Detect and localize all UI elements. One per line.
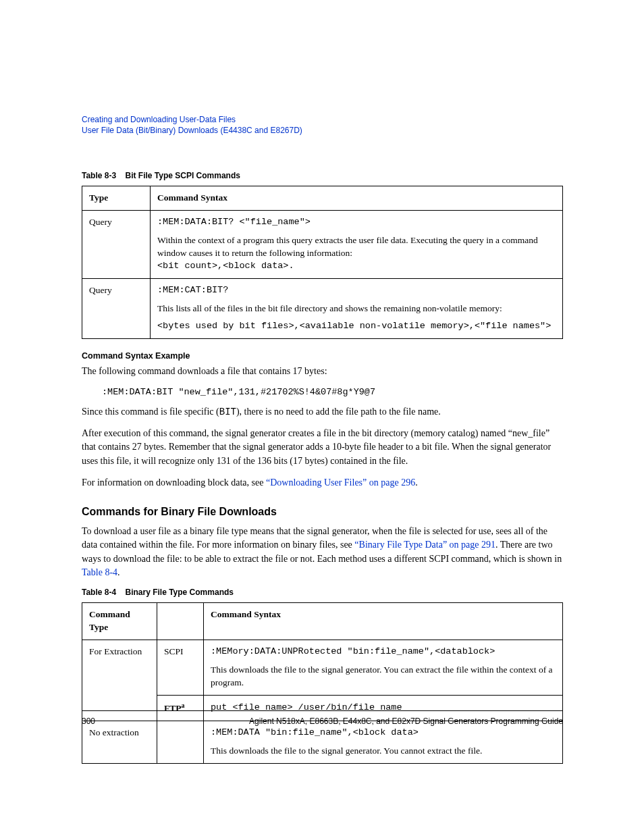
cell-cmdtype: No extraction — [82, 721, 157, 764]
table-row: Command Type Command Syntax — [82, 603, 563, 640]
table-83-caption: Table 8-3 Bit File Type SCPI Commands — [82, 171, 563, 180]
cell-proto: SCPI — [157, 640, 204, 696]
table-row: Query :MEM:DATA:BIT? <"file_name"> Withi… — [82, 211, 563, 279]
text-span: ), there is no need to add the file path… — [236, 407, 441, 417]
cmd-desc: This downloads the file to the signal ge… — [211, 664, 556, 689]
example-code: :MEM:DATA:BIT "new_file",131,#21702%S!4&… — [102, 387, 563, 397]
th-type: Type — [82, 186, 151, 211]
cell-syntax: :MEM:CAT:BIT? This lists all of the file… — [151, 278, 563, 339]
cmd-text: :MEM:CAT:BIT? — [157, 284, 556, 297]
table-row: Type Command Syntax — [82, 186, 563, 211]
cmd-desc: This lists all of the files in the bit f… — [157, 303, 556, 315]
binary-p1: To download a user file as a binary file… — [82, 525, 563, 579]
table-84: Command Type Command Syntax For Extracti… — [82, 602, 563, 764]
cross-ref-link[interactable]: “Downloading User Files” on page 296 — [266, 477, 415, 488]
cmd-desc: This downloads the file to the signal ge… — [211, 745, 556, 758]
text-span: . — [117, 567, 120, 577]
example-heading: Command Syntax Example — [82, 351, 563, 361]
table-83-title: Bit File Type SCPI Commands — [125, 171, 240, 180]
cmd-text: :MEM:DATA:BIT? <"file_name"> — [157, 216, 556, 229]
table-84-title: Binary File Type Commands — [125, 588, 233, 597]
cross-ref-link[interactable]: “Binary File Type Data” on page 291 — [354, 540, 495, 550]
example-p4: For information on downloading block dat… — [82, 476, 563, 490]
code-span: BIT — [219, 407, 236, 417]
header-line-2: User File Data (Bit/Binary) Downloads (E… — [82, 126, 563, 136]
cell-proto — [157, 721, 204, 764]
page-footer: 300 Agilent N518xA, E8663B, E44x8C, and … — [82, 710, 563, 726]
example-p1: The following command downloads a file t… — [82, 365, 563, 378]
table-84-number: Table 8-4 — [82, 588, 116, 597]
text-span: For information on downloading block dat… — [82, 477, 266, 488]
page: Creating and Downloading User-Data Files… — [0, 0, 644, 834]
table-84-caption: Table 8-4 Binary File Type Commands — [82, 588, 563, 597]
cell-syntax: :MEM:DATA:BIT? <"file_name"> Within the … — [151, 211, 563, 279]
text-span: . — [415, 477, 418, 488]
cross-ref-link[interactable]: Table 8-4 — [82, 567, 117, 577]
footer-title: Agilent N518xA, E8663B, E44x8C, and E82x… — [249, 716, 563, 726]
cmd-text: :MEM:DATA "bin:file_name",<block data> — [211, 727, 556, 739]
cell-cmdtype: For Extraction — [82, 640, 157, 721]
cmd-desc: Within the context of a program this que… — [157, 234, 556, 260]
th-cmdtype: Command Type — [82, 603, 157, 640]
cmd-return: <bit count>,<block data>. — [157, 260, 556, 273]
cmd-text: :MEMory:DATA:UNPRotected "bin:file_name"… — [211, 646, 556, 658]
chapter-header: Creating and Downloading User-Data Files… — [82, 115, 563, 136]
page-number: 300 — [82, 716, 95, 726]
cmd-return: <bytes used by bit files>,<available non… — [157, 320, 556, 333]
cell-type: Query — [82, 278, 151, 339]
binary-heading: Commands for Binary File Downloads — [82, 506, 563, 518]
th-blank — [157, 603, 204, 640]
cell-type: Query — [82, 211, 151, 279]
table-83-number: Table 8-3 — [82, 171, 116, 180]
example-p2: Since this command is file specific (BIT… — [82, 405, 563, 419]
cell-syntax: :MEM:DATA "bin:file_name",<block data> T… — [204, 721, 563, 764]
table-row: Query :MEM:CAT:BIT? This lists all of th… — [82, 278, 563, 339]
footnote-mark: a — [182, 702, 185, 709]
th-syntax: Command Syntax — [151, 186, 563, 211]
table-row: For Extraction SCPI :MEMory:DATA:UNPRote… — [82, 640, 563, 696]
cell-syntax: :MEMory:DATA:UNPRotected "bin:file_name"… — [204, 640, 563, 696]
example-p3: After execution of this command, the sig… — [82, 427, 563, 468]
table-83: Type Command Syntax Query :MEM:DATA:BIT?… — [82, 186, 563, 339]
table-row: No extraction :MEM:DATA "bin:file_name",… — [82, 721, 563, 764]
text-span: Since this command is file specific ( — [82, 407, 219, 417]
th-syntax: Command Syntax — [204, 603, 563, 640]
header-line-1: Creating and Downloading User-Data Files — [82, 115, 563, 126]
